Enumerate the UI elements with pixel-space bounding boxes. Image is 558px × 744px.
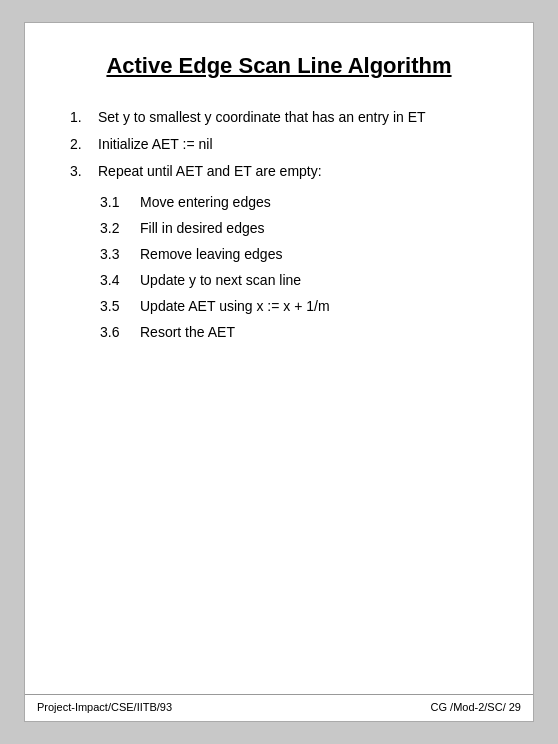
slide-footer: Project-Impact/CSE/IITB/93 CG /Mod-2/SC/… [25, 694, 533, 721]
sub-item-text: Resort the AET [140, 322, 488, 343]
sub-item-text: Move entering edges [140, 192, 488, 213]
sub-item-text: Update AET using x := x + 1/m [140, 296, 488, 317]
sub-list-item: 3.2 Fill in desired edges [100, 218, 488, 239]
sub-list: 3.1 Move entering edges 3.2 Fill in desi… [100, 192, 488, 343]
sub-item-num: 3.2 [100, 218, 140, 239]
sub-list-item: 3.6 Resort the AET [100, 322, 488, 343]
slide: Active Edge Scan Line Algorithm 1. Set y… [24, 22, 534, 722]
list-item-text: Set y to smallest y coordinate that has … [98, 107, 488, 128]
list-item: 1. Set y to smallest y coordinate that h… [70, 107, 488, 128]
footer-right: CG /Mod-2/SC/ 29 [431, 701, 521, 713]
main-list: 1. Set y to smallest y coordinate that h… [70, 107, 488, 182]
sub-item-text: Remove leaving edges [140, 244, 488, 265]
sub-list-item: 3.4 Update y to next scan line [100, 270, 488, 291]
sub-item-num: 3.1 [100, 192, 140, 213]
sub-item-num: 3.4 [100, 270, 140, 291]
list-item-num: 3. [70, 161, 98, 182]
list-item: 3. Repeat until AET and ET are empty: [70, 161, 488, 182]
sub-item-num: 3.6 [100, 322, 140, 343]
sub-item-num: 3.3 [100, 244, 140, 265]
list-item-num: 2. [70, 134, 98, 155]
list-item: 2. Initialize AET := nil [70, 134, 488, 155]
footer-left: Project-Impact/CSE/IITB/93 [37, 701, 172, 713]
sub-item-num: 3.5 [100, 296, 140, 317]
sub-item-text: Update y to next scan line [140, 270, 488, 291]
list-item-num: 1. [70, 107, 98, 128]
slide-title: Active Edge Scan Line Algorithm [70, 53, 488, 79]
sub-list-item: 3.3 Remove leaving edges [100, 244, 488, 265]
sub-list-item: 3.1 Move entering edges [100, 192, 488, 213]
slide-content: Active Edge Scan Line Algorithm 1. Set y… [25, 23, 533, 694]
sub-list-item: 3.5 Update AET using x := x + 1/m [100, 296, 488, 317]
list-item-text: Initialize AET := nil [98, 134, 488, 155]
sub-item-text: Fill in desired edges [140, 218, 488, 239]
list-item-text: Repeat until AET and ET are empty: [98, 161, 488, 182]
